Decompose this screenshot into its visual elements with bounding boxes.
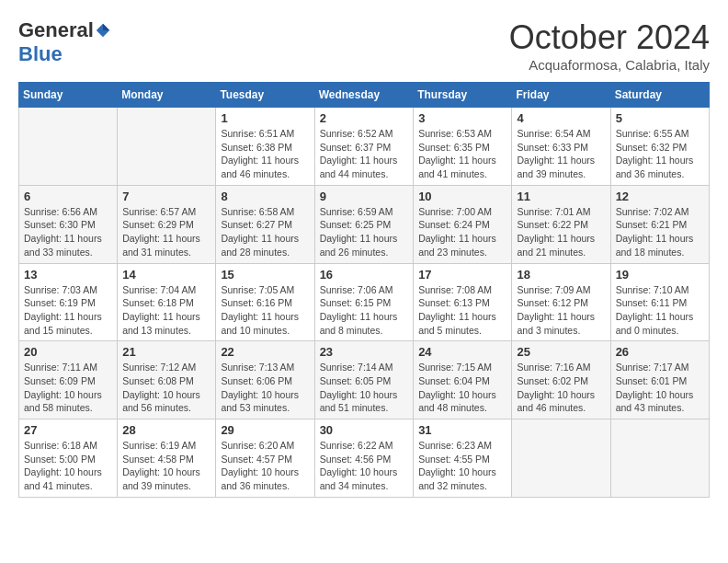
calendar-cell: 20Sunrise: 7:11 AM Sunset: 6:09 PM Dayli… xyxy=(19,341,118,419)
calendar-week-row: 20Sunrise: 7:11 AM Sunset: 6:09 PM Dayli… xyxy=(19,341,710,419)
day-number: 30 xyxy=(320,423,409,437)
day-info: Sunrise: 6:18 AM Sunset: 5:00 PM Dayligh… xyxy=(24,439,112,493)
logo: General Blue xyxy=(18,18,111,66)
day-number: 13 xyxy=(24,268,112,282)
day-number: 10 xyxy=(418,190,506,203)
month-title: October 2024 xyxy=(509,18,710,57)
day-info: Sunrise: 7:00 AM Sunset: 6:24 PM Dayligh… xyxy=(418,205,506,259)
day-number: 23 xyxy=(320,345,409,359)
day-number: 24 xyxy=(418,345,506,359)
day-number: 17 xyxy=(418,268,506,282)
day-number: 5 xyxy=(616,111,704,125)
calendar-cell: 2Sunrise: 6:52 AM Sunset: 6:37 PM Daylig… xyxy=(314,108,414,186)
calendar-cell: 31Sunrise: 6:23 AM Sunset: 4:55 PM Dayli… xyxy=(414,419,512,498)
calendar-cell xyxy=(610,419,709,498)
calendar-header-row: SundayMondayTuesdayWednesdayThursdayFrid… xyxy=(19,83,710,108)
calendar-cell xyxy=(512,419,610,498)
day-info: Sunrise: 7:03 AM Sunset: 6:19 PM Dayligh… xyxy=(24,283,112,338)
title-block: October 2024 Acquaformosa, Calabria, Ita… xyxy=(509,18,710,73)
day-info: Sunrise: 7:09 AM Sunset: 6:12 PM Dayligh… xyxy=(517,283,605,338)
day-number: 15 xyxy=(221,268,309,282)
day-number: 22 xyxy=(221,345,309,359)
location: Acquaformosa, Calabria, Italy xyxy=(509,57,710,73)
weekday-header: Friday xyxy=(512,83,610,108)
calendar-cell: 19Sunrise: 7:10 AM Sunset: 6:11 PM Dayli… xyxy=(610,263,709,341)
day-info: Sunrise: 6:22 AM Sunset: 4:56 PM Dayligh… xyxy=(320,439,409,493)
calendar-cell: 21Sunrise: 7:12 AM Sunset: 6:08 PM Dayli… xyxy=(118,341,216,419)
calendar-table: SundayMondayTuesdayWednesdayThursdayFrid… xyxy=(18,82,710,498)
day-info: Sunrise: 6:19 AM Sunset: 4:58 PM Dayligh… xyxy=(122,439,210,493)
day-number: 6 xyxy=(24,190,112,203)
calendar-week-row: 6Sunrise: 6:56 AM Sunset: 6:30 PM Daylig… xyxy=(19,185,710,263)
day-info: Sunrise: 6:53 AM Sunset: 6:35 PM Dayligh… xyxy=(418,127,506,181)
day-number: 14 xyxy=(122,268,210,282)
calendar-cell: 30Sunrise: 6:22 AM Sunset: 4:56 PM Dayli… xyxy=(314,419,414,498)
day-number: 20 xyxy=(24,345,112,359)
day-info: Sunrise: 6:52 AM Sunset: 6:37 PM Dayligh… xyxy=(320,127,409,181)
day-info: Sunrise: 7:12 AM Sunset: 6:08 PM Dayligh… xyxy=(122,361,210,415)
day-info: Sunrise: 7:11 AM Sunset: 6:09 PM Dayligh… xyxy=(24,361,112,415)
day-number: 8 xyxy=(221,190,309,203)
day-info: Sunrise: 6:59 AM Sunset: 6:25 PM Dayligh… xyxy=(320,205,409,259)
day-info: Sunrise: 6:57 AM Sunset: 6:29 PM Dayligh… xyxy=(122,205,210,259)
calendar-cell: 11Sunrise: 7:01 AM Sunset: 6:22 PM Dayli… xyxy=(512,185,610,263)
day-info: Sunrise: 7:14 AM Sunset: 6:05 PM Dayligh… xyxy=(320,361,409,415)
day-number: 12 xyxy=(616,190,704,203)
calendar-cell: 18Sunrise: 7:09 AM Sunset: 6:12 PM Dayli… xyxy=(512,263,610,341)
day-number: 2 xyxy=(320,111,409,125)
calendar-cell: 27Sunrise: 6:18 AM Sunset: 5:00 PM Dayli… xyxy=(19,419,118,498)
day-number: 4 xyxy=(517,111,605,125)
day-info: Sunrise: 6:56 AM Sunset: 6:30 PM Dayligh… xyxy=(24,205,112,259)
calendar-cell: 16Sunrise: 7:06 AM Sunset: 6:15 PM Dayli… xyxy=(314,263,414,341)
calendar-cell: 29Sunrise: 6:20 AM Sunset: 4:57 PM Dayli… xyxy=(216,419,314,498)
weekday-header: Monday xyxy=(118,83,216,108)
day-info: Sunrise: 7:13 AM Sunset: 6:06 PM Dayligh… xyxy=(221,361,309,415)
day-info: Sunrise: 6:51 AM Sunset: 6:38 PM Dayligh… xyxy=(221,127,309,181)
day-info: Sunrise: 7:17 AM Sunset: 6:01 PM Dayligh… xyxy=(616,361,704,415)
day-info: Sunrise: 7:01 AM Sunset: 6:22 PM Dayligh… xyxy=(517,205,605,259)
day-number: 9 xyxy=(320,190,409,203)
calendar-cell: 15Sunrise: 7:05 AM Sunset: 6:16 PM Dayli… xyxy=(216,263,314,341)
calendar-cell: 10Sunrise: 7:00 AM Sunset: 6:24 PM Dayli… xyxy=(414,185,512,263)
page-header: General Blue October 2024 Acquaformosa, … xyxy=(18,18,710,73)
calendar-cell xyxy=(19,108,118,186)
calendar-cell: 6Sunrise: 6:56 AM Sunset: 6:30 PM Daylig… xyxy=(19,185,118,263)
day-info: Sunrise: 7:16 AM Sunset: 6:02 PM Dayligh… xyxy=(517,361,605,415)
logo-general-text: General xyxy=(18,18,94,42)
day-info: Sunrise: 6:58 AM Sunset: 6:27 PM Dayligh… xyxy=(221,205,309,259)
day-info: Sunrise: 7:06 AM Sunset: 6:15 PM Dayligh… xyxy=(320,283,409,338)
calendar-cell: 13Sunrise: 7:03 AM Sunset: 6:19 PM Dayli… xyxy=(19,263,118,341)
logo-icon xyxy=(95,22,111,39)
calendar-cell: 24Sunrise: 7:15 AM Sunset: 6:04 PM Dayli… xyxy=(414,341,512,419)
logo-blue-text: Blue xyxy=(18,42,63,66)
day-number: 25 xyxy=(517,345,605,359)
calendar-cell: 28Sunrise: 6:19 AM Sunset: 4:58 PM Dayli… xyxy=(118,419,216,498)
day-info: Sunrise: 7:08 AM Sunset: 6:13 PM Dayligh… xyxy=(418,283,506,338)
calendar-cell: 1Sunrise: 6:51 AM Sunset: 6:38 PM Daylig… xyxy=(216,108,314,186)
calendar-cell: 5Sunrise: 6:55 AM Sunset: 6:32 PM Daylig… xyxy=(610,108,709,186)
day-number: 7 xyxy=(122,190,210,203)
calendar-cell: 12Sunrise: 7:02 AM Sunset: 6:21 PM Dayli… xyxy=(610,185,709,263)
calendar-cell: 7Sunrise: 6:57 AM Sunset: 6:29 PM Daylig… xyxy=(118,185,216,263)
weekday-header: Wednesday xyxy=(314,83,414,108)
calendar-week-row: 27Sunrise: 6:18 AM Sunset: 5:00 PM Dayli… xyxy=(19,419,710,498)
day-number: 16 xyxy=(320,268,409,282)
day-number: 31 xyxy=(418,423,506,437)
day-number: 3 xyxy=(418,111,506,125)
day-info: Sunrise: 7:02 AM Sunset: 6:21 PM Dayligh… xyxy=(616,205,704,259)
day-number: 29 xyxy=(221,423,309,437)
weekday-header: Sunday xyxy=(19,83,118,108)
day-number: 27 xyxy=(24,423,112,437)
day-number: 1 xyxy=(221,111,309,125)
day-number: 19 xyxy=(616,268,704,282)
calendar-cell: 8Sunrise: 6:58 AM Sunset: 6:27 PM Daylig… xyxy=(216,185,314,263)
calendar-cell: 26Sunrise: 7:17 AM Sunset: 6:01 PM Dayli… xyxy=(610,341,709,419)
day-number: 28 xyxy=(122,423,210,437)
day-info: Sunrise: 7:04 AM Sunset: 6:18 PM Dayligh… xyxy=(122,283,210,338)
calendar-week-row: 1Sunrise: 6:51 AM Sunset: 6:38 PM Daylig… xyxy=(19,108,710,186)
weekday-header: Saturday xyxy=(610,83,709,108)
day-number: 21 xyxy=(122,345,210,359)
weekday-header: Tuesday xyxy=(216,83,314,108)
calendar-cell: 14Sunrise: 7:04 AM Sunset: 6:18 PM Dayli… xyxy=(118,263,216,341)
day-info: Sunrise: 6:55 AM Sunset: 6:32 PM Dayligh… xyxy=(616,127,704,181)
